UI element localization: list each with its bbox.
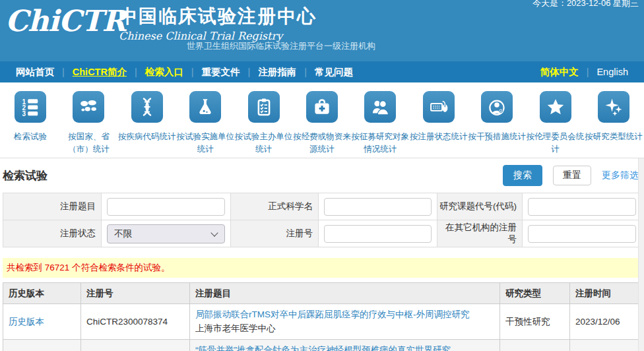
numbered-list-icon: 123 <box>15 91 46 123</box>
reset-button[interactable]: 重置 <box>553 166 591 185</box>
svg-text:3: 3 <box>22 110 26 117</box>
search-head: 检索试验 搜索 重置 更多筛选 <box>3 158 639 193</box>
reg-date-cell: 2023/12/06 <box>570 304 642 340</box>
result-summary: 共检索到 76721 个符合检索条件的试验。 <box>3 258 639 278</box>
quicklink-label: 检索试验 <box>14 131 47 143</box>
other-reg-number-field[interactable] <box>528 225 636 243</box>
search-section: 检索试验 搜索 重置 更多筛选 注册题目 正式科学名 研究课题代号(代码) 注册… <box>0 158 644 351</box>
col-header-reg-number: 注册号 <box>81 283 190 304</box>
study-type-cell: 干预性研究 <box>500 304 570 340</box>
sparkles-icon <box>598 91 629 123</box>
doctor-icon <box>481 91 513 123</box>
results-table: 历史版本 注册号 注册题目 研究类型 注册时间 历史版本 ChiCTR23000… <box>3 282 642 351</box>
col-header-title: 注册题目 <box>190 283 500 304</box>
site-title-cn: 中国临床试验注册中心 <box>119 4 317 29</box>
nav-item-search-entry[interactable]: 检索入口 <box>137 66 191 79</box>
quicklink-label: 按研究类型统计 <box>585 131 643 143</box>
medical-bag-icon <box>306 91 338 123</box>
flask-icon <box>189 91 221 123</box>
col-header-history: 历史版本 <box>3 283 81 304</box>
search-actions: 搜索 重置 更多筛选 <box>503 165 639 186</box>
site-header: ChiCTR 中国临床试验注册中心 Chinese Clinical Trial… <box>0 0 644 61</box>
project-code-label: 研究课题代号(代码) <box>437 193 523 220</box>
history-version-link[interactable]: 历史版本 <box>9 317 44 327</box>
lang-zh-link[interactable]: 简体中文 <box>532 66 587 79</box>
quicklink-by-recruitment-status[interactable]: 按征募研究对象情况统计 <box>351 82 409 158</box>
quicklink-by-ethics-committee[interactable]: 按伦理委员会统计 <box>527 82 585 158</box>
reg-status-select[interactable]: 不限 <box>107 224 225 243</box>
quicklink-label: 按经费或物资来源统计 <box>293 131 351 156</box>
scientific-name-field[interactable] <box>324 198 432 216</box>
lang-en-link[interactable]: English <box>589 67 636 77</box>
table-row: 历史版本 ChiCTR2300078374 局部振动联合rTMS对卒中后踝跖屈肌… <box>3 304 642 340</box>
nav-item-documents[interactable]: 重要文件 <box>194 66 248 79</box>
star-icon <box>540 91 571 123</box>
project-code-field[interactable] <box>528 198 636 216</box>
reg-title-field[interactable] <box>107 198 225 216</box>
reg-status-label: 注册状态 <box>3 220 102 247</box>
people-group-icon <box>364 91 396 123</box>
chevron-down-icon <box>210 229 218 236</box>
main-nav: 网站首页 ChiCTR简介 检索入口 重要文件 注册指南 常见问题 简体中文 E… <box>0 61 644 82</box>
table-row: 历史版本 ChiCTR2300078373 “筋骨并举”推拿配合针灸为主治疗神经… <box>3 340 642 351</box>
trial-title-link[interactable]: “筋骨并举”推拿配合针灸为主治疗神经根型颈椎病的真实世界研究 <box>195 345 451 351</box>
reg-title-label: 注册题目 <box>3 193 102 220</box>
quicklink-label: 按干预措施统计 <box>468 131 526 143</box>
reg-number-label: 注册号 <box>231 220 319 247</box>
site-titles: 中国临床试验注册中心 Chinese Clinical Trial Regist… <box>119 4 317 42</box>
reg-date-cell: 2023/12/06 <box>570 340 642 351</box>
col-header-study-type: 研究类型 <box>500 283 570 304</box>
reg-status-value: 不限 <box>114 229 132 239</box>
page-title: 检索试验 <box>3 168 48 183</box>
trial-org: 上海市老年医学中心 <box>195 322 494 335</box>
quicklink-by-implementing-unit[interactable]: 按试验实施单位统计 <box>176 82 234 158</box>
trial-title-link[interactable]: 局部振动联合rTMS对卒中后踝跖屈肌痉挛的疗效与中枢-外周调控研究 <box>195 309 470 319</box>
quicklink-search-trials[interactable]: 123 检索试验 <box>1 82 59 158</box>
quicklinks-bar: 123 检索试验 按国家、省（市）统计 按疾病代码统计 按试验实施单位统计 按试… <box>0 82 644 158</box>
clipboard-icon <box>248 91 280 123</box>
nav-item-about[interactable]: ChiCTR简介 <box>65 66 135 79</box>
dna-icon <box>131 91 163 123</box>
quicklink-by-registration-status[interactable]: 按注册状态统计 <box>410 82 468 158</box>
chictr-logo: ChiCTR <box>5 4 125 38</box>
quicklink-label: 按伦理委员会统计 <box>527 131 585 156</box>
quicklink-label: 按征募研究对象情况统计 <box>351 131 409 156</box>
reg-number-cell: ChiCTR2300078374 <box>81 304 190 340</box>
study-type-cell: 治疗研究 <box>500 340 570 351</box>
world-map-icon <box>73 91 104 123</box>
quicklink-by-intervention[interactable]: 按干预措施统计 <box>468 82 526 158</box>
reg-number-cell: ChiCTR2300078373 <box>81 340 190 351</box>
quicklink-label: 按试验实施单位统计 <box>176 131 234 156</box>
search-button[interactable]: 搜索 <box>503 165 542 186</box>
keyboard-mouse-icon <box>423 91 455 123</box>
quicklink-label: 按疾病代码统计 <box>118 131 176 143</box>
quicklink-by-sponsor-unit[interactable]: 按试验主办单位统计 <box>235 82 293 158</box>
quicklink-label: 按试验主办单位统计 <box>235 131 293 156</box>
nav-item-faq[interactable]: 常见问题 <box>307 66 361 79</box>
quicklink-by-funding-source[interactable]: 按经费或物资来源统计 <box>293 82 351 158</box>
scientific-name-label: 正式科学名 <box>231 193 319 220</box>
quicklink-by-disease-code[interactable]: 按疾病代码统计 <box>118 82 176 158</box>
quicklink-by-study-type[interactable]: 按研究类型统计 <box>585 82 643 158</box>
today-date: 今天是：2023-12-06 星期三 <box>532 0 639 9</box>
col-header-reg-date: 注册时间 <box>570 283 642 304</box>
nav-item-home[interactable]: 网站首页 <box>8 66 62 79</box>
other-reg-number-label: 在其它机构的注册号 <box>437 220 523 247</box>
search-form: 注册题目 正式科学名 研究课题代号(代码) 注册状态 不限 注册号 在其它机构的… <box>3 193 642 247</box>
site-subtitle: 世界卫生组织国际临床试验注册平台一级注册机构 <box>187 40 375 52</box>
nav-language-switch: 简体中文 English <box>532 66 636 79</box>
vertical-scrollbar[interactable] <box>638 158 644 351</box>
quicklink-by-region[interactable]: 按国家、省（市）统计 <box>59 82 117 158</box>
results-header-row: 历史版本 注册号 注册题目 研究类型 注册时间 <box>3 283 642 304</box>
quicklink-label: 按国家、省（市）统计 <box>59 131 117 156</box>
more-filters-link[interactable]: 更多筛选 <box>602 170 639 181</box>
nav-item-guide[interactable]: 注册指南 <box>250 66 304 79</box>
reg-number-field[interactable] <box>324 225 432 243</box>
quicklink-label: 按注册状态统计 <box>410 131 468 143</box>
